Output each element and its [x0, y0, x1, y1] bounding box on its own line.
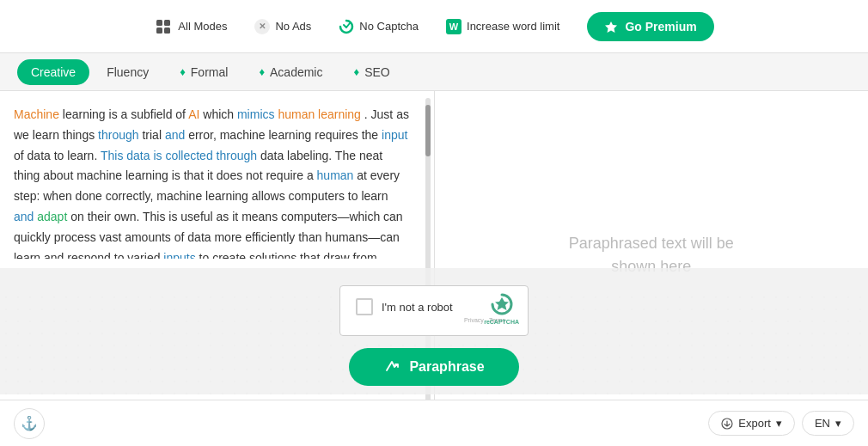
- seo-gem-icon: ♦: [353, 65, 359, 78]
- word-of-data: of data to learn.: [14, 149, 101, 162]
- export-chevron: ▾: [776, 417, 782, 430]
- lang-label: EN: [815, 417, 830, 430]
- word-mimics: mimics: [237, 107, 275, 121]
- word-this-data: This data is collected through: [101, 149, 257, 162]
- tab-fluency-label: Fluency: [107, 65, 149, 79]
- academic-gem-icon: ♦: [259, 65, 265, 78]
- word-and: and: [165, 128, 185, 142]
- tab-formal[interactable]: ♦ Formal: [166, 59, 241, 85]
- no-captcha-label: No Captcha: [359, 20, 419, 33]
- formal-gem-icon: ♦: [180, 65, 186, 78]
- word-error: error, machine learning requires the: [188, 128, 382, 142]
- bottom-bar: ⚓ Export ▾ EN ▾: [0, 400, 868, 446]
- word-adapt: adapt: [37, 210, 67, 223]
- tab-academic-label: Academic: [270, 65, 322, 79]
- word-input: input: [382, 128, 407, 142]
- right-controls: Export ▾ EN ▾: [708, 411, 854, 436]
- word-limit-icon: W: [446, 19, 462, 34]
- captcha-brand: reCAPTCHA: [484, 293, 519, 326]
- tab-creative-label: Creative: [31, 65, 76, 79]
- grid-icon: [154, 17, 173, 36]
- word-through1: through: [98, 128, 138, 142]
- no-ads-icon: ✕: [254, 19, 270, 34]
- feature-all-modes: All Modes: [154, 17, 227, 36]
- input-text-display[interactable]: Machine learning is a subfield of AI whi…: [0, 91, 434, 259]
- feature-word-limit: W Increase word limit: [446, 19, 559, 34]
- svg-rect-0: [156, 20, 162, 26]
- word-human-learning: human learning: [278, 107, 361, 121]
- tab-creative[interactable]: Creative: [17, 59, 89, 85]
- tab-formal-label: Formal: [191, 65, 229, 79]
- anchor-button[interactable]: ⚓: [14, 408, 45, 439]
- word-ai: AI: [188, 107, 199, 121]
- main-content: Machine learning is a subfield of AI whi…: [0, 91, 868, 446]
- captcha-brand-text: reCAPTCHA: [484, 319, 519, 326]
- word-machine: Machine: [14, 107, 59, 121]
- word-trial: trial: [142, 128, 164, 142]
- svg-marker-8: [495, 297, 509, 310]
- overlay: I'm not a robot Privacy - Terms reCAPTCH…: [0, 268, 868, 394]
- captcha-label: I'm not a robot: [382, 301, 453, 314]
- word-human2: human: [317, 168, 354, 182]
- word-which: which: [203, 107, 237, 121]
- go-premium-button[interactable]: Go Premium: [587, 12, 713, 41]
- mode-tabs: Creative Fluency ♦ Formal ♦ Academic ♦ S…: [0, 53, 868, 91]
- feature-no-captcha: No Captcha: [339, 19, 419, 34]
- scrollbar-thumb[interactable]: [425, 105, 431, 156]
- go-premium-label: Go Premium: [625, 20, 696, 34]
- tab-academic[interactable]: ♦ Academic: [245, 59, 336, 85]
- export-label: Export: [738, 417, 771, 430]
- all-modes-label: All Modes: [178, 20, 227, 33]
- tab-seo[interactable]: ♦ SEO: [339, 59, 403, 85]
- export-button[interactable]: Export ▾: [708, 411, 795, 436]
- anchor-icon: ⚓: [21, 415, 38, 431]
- svg-marker-4: [605, 21, 617, 33]
- tab-fluency[interactable]: Fluency: [93, 59, 162, 85]
- tab-seo-label: SEO: [364, 65, 390, 79]
- svg-rect-3: [164, 27, 170, 34]
- lang-chevron: ▾: [835, 417, 841, 430]
- no-ads-label: No Ads: [275, 20, 311, 33]
- paraphrase-button[interactable]: Paraphrase: [349, 348, 518, 386]
- paraphrase-label: Paraphrase: [409, 359, 484, 375]
- top-bar: All Modes ✕ No Ads No Captcha W Increase…: [0, 0, 868, 53]
- feature-no-ads: ✕ No Ads: [254, 19, 311, 34]
- word-inputs: inputs: [163, 251, 195, 259]
- captcha-box: I'm not a robot Privacy - Terms reCAPTCH…: [339, 285, 529, 336]
- captcha-checkbox[interactable]: [356, 298, 373, 315]
- language-button[interactable]: EN ▾: [802, 411, 854, 436]
- word-and2: and: [14, 210, 34, 223]
- captcha-icon: [339, 19, 354, 34]
- word-learning1: learning is a subfield of: [63, 107, 188, 121]
- word-limit-label: Increase word limit: [467, 20, 559, 33]
- svg-rect-2: [156, 27, 162, 34]
- svg-rect-1: [164, 20, 170, 26]
